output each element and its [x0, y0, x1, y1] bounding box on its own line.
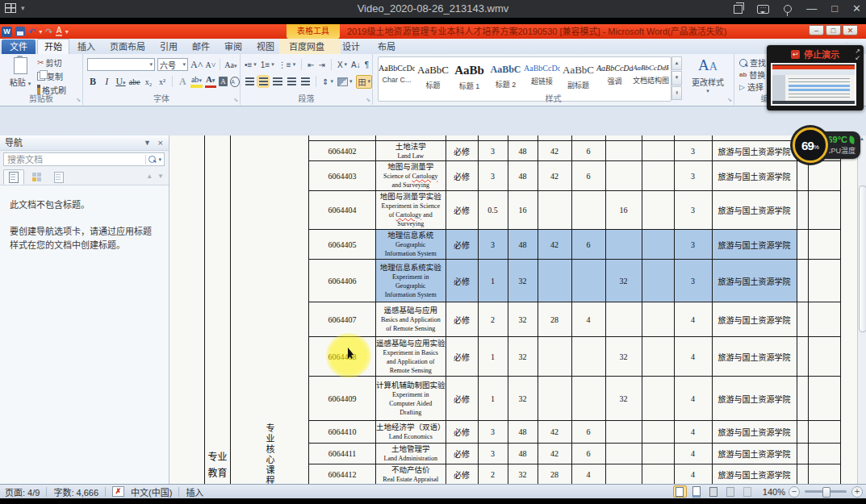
customize-qat-icon[interactable]: ▾ [65, 28, 69, 35]
practice-hours-cell[interactable] [605, 141, 642, 161]
course-name-cell[interactable]: 不动产估价Real Estate Appraisal [376, 464, 446, 485]
course-code-cell[interactable]: 6064412 [309, 464, 376, 485]
semester-cell[interactable]: 4 [674, 337, 712, 377]
increase-indent-button[interactable]: ⇥ [319, 60, 325, 69]
font-size-combo[interactable]: 六号▾ [157, 58, 188, 71]
empty-cell[interactable] [797, 302, 808, 337]
language-indicator[interactable]: 中文(中国) [131, 485, 172, 498]
total-hours-cell[interactable]: 48 [508, 421, 538, 444]
tab-页面布局[interactable]: 页面布局 [103, 40, 152, 54]
distribute-button[interactable] [300, 77, 310, 86]
practice-hours-cell[interactable]: 32 [605, 260, 642, 302]
empty-cell[interactable] [797, 421, 808, 444]
course-type-cell[interactable]: 必修 [446, 260, 478, 302]
chevron-down-icon[interactable]: ▾ [21, 4, 25, 12]
tab-开始[interactable]: 开始 [37, 39, 69, 54]
course-code-cell[interactable]: 6064404 [309, 191, 376, 230]
semester-cell[interactable]: 3 [674, 141, 712, 161]
asian-layout-button[interactable]: X▾ [337, 60, 347, 69]
video-minimize-button[interactable]: — [806, 0, 817, 18]
course-type-cell[interactable]: 必修 [446, 302, 478, 337]
tab-文件[interactable]: 文件 [2, 40, 36, 54]
experiment-hours-cell[interactable]: 6 [571, 421, 605, 444]
empty-cell[interactable] [642, 377, 674, 421]
vertical-scrollbar[interactable]: ▲ ▼ [857, 135, 866, 504]
styles-scroll-down-icon[interactable]: ▼ [671, 71, 682, 85]
course-name-cell[interactable]: 地图与测量学Science of Cartologyand Surveying [376, 161, 446, 191]
view-fullscreen-reading-button[interactable] [690, 485, 704, 498]
word-maximize-button[interactable]: □ [826, 25, 841, 35]
copy-button[interactable]: 复制 [37, 70, 66, 82]
empty-cell[interactable] [808, 302, 840, 337]
grow-font-button[interactable]: A˄ [190, 59, 203, 71]
practice-hours-cell[interactable]: 16 [605, 191, 642, 230]
course-type-cell[interactable]: 必修 [446, 161, 478, 191]
school-cell[interactable]: 旅游与国土资源学院 [712, 161, 797, 191]
course-name-cell[interactable]: 土地管理学Land Administration [376, 444, 446, 464]
practice-hours-cell[interactable] [605, 421, 642, 444]
experiment-hours-cell[interactable] [571, 337, 605, 377]
view-print-layout-button[interactable] [673, 485, 687, 498]
navigation-close-icon[interactable]: × [158, 135, 163, 150]
course-name-cell[interactable]: 地图与测量学实验Experiment in Scienceof Cartolog… [376, 191, 446, 230]
align-center-button[interactable] [258, 77, 268, 86]
lecture-hours-cell[interactable]: 42 [538, 230, 571, 260]
credits-cell[interactable]: 3 [478, 141, 508, 161]
semester-cell[interactable]: 3 [674, 230, 712, 260]
credits-cell[interactable]: 0.5 [478, 191, 508, 230]
zoom-in-button[interactable]: + [851, 486, 863, 498]
undo-dropdown-icon[interactable]: ▾ [39, 28, 42, 35]
insert-mode-indicator[interactable]: 插入 [186, 485, 203, 498]
font-color-quick-icon[interactable]: A [56, 27, 61, 36]
undo-icon[interactable]: ↶ [28, 27, 36, 36]
search-input[interactable] [4, 155, 145, 165]
credits-cell[interactable]: 2 [478, 464, 508, 485]
credits-cell[interactable]: 3 [478, 444, 508, 464]
styles-dialog-launcher[interactable]: ⇘ [727, 97, 732, 103]
tab-百度网盘[interactable]: 百度网盘 [282, 40, 331, 54]
italic-button[interactable]: I [101, 76, 112, 88]
lecture-hours-cell[interactable]: 28 [538, 302, 571, 337]
empty-cell[interactable] [642, 444, 674, 464]
empty-cell[interactable] [808, 444, 840, 464]
word-count[interactable]: 字数: 4,666 [53, 485, 98, 498]
numbering-button[interactable]: 1≡▾ [261, 60, 274, 69]
school-cell[interactable]: 旅游与国土资源学院 [712, 230, 797, 260]
empty-cell[interactable] [808, 230, 840, 260]
empty-cell[interactable] [797, 464, 808, 485]
proofing-status-icon[interactable]: ✗ [112, 486, 124, 497]
semester-cell[interactable]: 3 [674, 161, 712, 191]
tab-布局[interactable]: 布局 [371, 40, 402, 54]
page-indicator[interactable]: 页面: 4/9 [5, 485, 40, 498]
school-cell[interactable]: 旅游与国土资源学院 [712, 421, 797, 444]
subscript-button[interactable]: x₂ [143, 77, 154, 86]
empty-cell[interactable] [797, 230, 808, 260]
paragraph-dialog-launcher[interactable]: ⇘ [366, 97, 370, 103]
course-type-cell[interactable]: 必修 [446, 377, 478, 421]
video-app-icon[interactable] [5, 3, 16, 13]
total-hours-cell[interactable]: 32 [508, 260, 538, 302]
experiment-hours-cell[interactable]: 6 [571, 141, 605, 161]
mini-mode-icon[interactable] [734, 5, 743, 14]
text-effects-button[interactable]: A [177, 76, 188, 88]
total-hours-cell[interactable]: 32 [508, 377, 538, 421]
course-type-cell[interactable]: 必修 [446, 191, 478, 230]
course-code-cell[interactable]: 6064411 [309, 444, 376, 464]
multilevel-list-button[interactable]: ⋮≡▾ [278, 60, 295, 69]
credits-cell[interactable]: 3 [478, 230, 508, 260]
superscript-button[interactable]: x² [157, 77, 168, 86]
semester-cell[interactable]: 4 [674, 444, 712, 464]
stop-presentation-button[interactable]: ↩ 停止演示 [767, 48, 864, 60]
word-minimize-button[interactable]: – [809, 25, 824, 35]
strikethrough-button[interactable]: abe [129, 77, 140, 86]
course-code-cell[interactable]: 6064406 [309, 260, 376, 302]
semester-cell[interactable]: 4 [674, 302, 712, 337]
school-cell[interactable]: 旅游与国土资源学院 [712, 377, 797, 421]
search-options-icon[interactable]: ▾ [158, 156, 161, 163]
zoom-slider-handle[interactable] [822, 487, 830, 498]
total-hours-cell[interactable]: 48 [508, 141, 538, 161]
empty-cell[interactable] [808, 421, 840, 444]
school-cell[interactable]: 旅游与国土资源学院 [712, 302, 797, 337]
empty-cell[interactable] [808, 191, 840, 230]
course-code-cell[interactable]: 6064405 [309, 230, 376, 260]
